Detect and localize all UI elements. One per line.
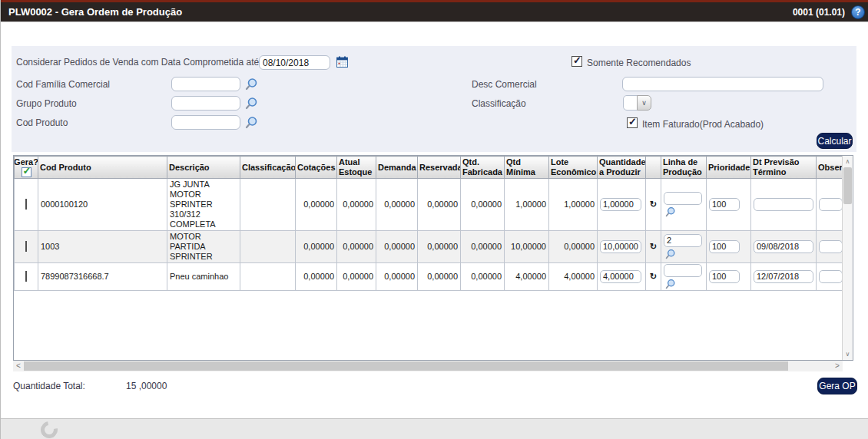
somente-recomendados-checkbox[interactable] (571, 56, 582, 67)
item-faturado-checkbox[interactable] (627, 117, 638, 128)
cell-cotacoes: 0,00000 (296, 230, 337, 262)
help-icon[interactable]: ? (851, 5, 865, 19)
scroll-right-icon[interactable]: > (832, 361, 843, 371)
cell-qtd-fabricada: 0,00000 (461, 179, 505, 231)
linha-producao-input[interactable] (664, 264, 702, 277)
filter-panel: Considerar Pedidos de Venda com Data Com… (12, 46, 856, 152)
cell-descricao: JG JUNTA MOTOR SPRINTER 310/312 COMPLETA (167, 179, 240, 231)
refresh-icon[interactable]: ↻ (650, 272, 657, 281)
linha-producao-input[interactable] (664, 234, 702, 247)
column-header-dt-previsao: Dt Previsão Término (751, 157, 817, 179)
classificacao-select-value[interactable] (623, 95, 638, 111)
cell-lote-economico: 4,00000 (549, 262, 598, 290)
search-icon[interactable] (245, 97, 257, 110)
cell-reservada: 0,00000 (418, 179, 461, 231)
column-header-prioridade: Prioridade (707, 157, 751, 179)
classificacao-select[interactable]: ∨ (623, 95, 651, 111)
cod-produto-label: Cod Produto (16, 117, 68, 128)
cell-classificacao (240, 230, 296, 262)
scroll-left-icon[interactable]: < (13, 361, 24, 371)
desc-comercial-label: Desc Comercial (472, 79, 537, 90)
quantidade-produzir-input[interactable] (600, 270, 641, 283)
grupo-produto-input[interactable] (171, 96, 240, 111)
page-title: PLW0002 - Gera Ordem de Produção (1, 6, 182, 18)
gera-op-button[interactable]: Gera OP (817, 378, 857, 394)
horizontal-scrollbar-thumb[interactable] (24, 361, 788, 371)
cod-familia-input[interactable] (171, 77, 240, 91)
row-gera-checkbox[interactable] (25, 241, 27, 252)
titlebar: PLW0002 - Gera Ordem de Produção 0001 (0… (1, 0, 868, 22)
row-gera-checkbox[interactable] (25, 271, 27, 282)
quantidade-total-value: 15 ,00000 (126, 381, 167, 391)
vertical-scrollbar[interactable]: ∧ ∨ (842, 156, 853, 360)
select-all-checkbox[interactable] (22, 167, 31, 177)
calendar-icon[interactable] (336, 56, 348, 68)
cell-atual-estoque: 0,00000 (337, 230, 376, 262)
column-header-descricao: Descrição (167, 157, 240, 179)
refresh-icon[interactable]: ↻ (650, 242, 657, 251)
cell-lote-economico: 1,00000 (549, 179, 598, 231)
observ-input[interactable] (819, 198, 843, 211)
dt-previsao-input[interactable] (754, 198, 813, 211)
cell-atual-estoque: 0,00000 (337, 179, 376, 231)
linha-producao-input[interactable] (664, 192, 702, 205)
cod-familia-label: Cod Família Comercial (16, 79, 110, 90)
column-header-qtd-minima: Qtd Mínima (505, 157, 549, 179)
column-header-reservada: Reservada (418, 157, 461, 179)
date-filter-label: Considerar Pedidos de Venda com Data Com… (16, 57, 259, 68)
observ-input[interactable] (819, 240, 843, 253)
production-table: Gera? Cod Produto Descrição Classificaçã… (14, 156, 844, 291)
cell-reservada: 0,00000 (418, 230, 461, 262)
search-icon[interactable] (665, 279, 675, 289)
date-filter-input[interactable] (259, 55, 330, 70)
cell-cod-produto: 7899087316668.7 (38, 262, 167, 290)
prioridade-input[interactable] (709, 270, 740, 283)
cell-classificacao (240, 262, 296, 290)
scroll-up-icon[interactable]: ∧ (843, 158, 853, 165)
column-header-quantidade-produzir: Quantidade a Produzir (598, 157, 646, 179)
dt-previsao-input[interactable] (754, 240, 813, 253)
cell-qtd-fabricada: 0,00000 (461, 230, 505, 262)
table-row: 0000100120 JG JUNTA MOTOR SPRINTER 310/3… (15, 179, 844, 231)
cell-classificacao (240, 179, 296, 231)
cell-qtd-fabricada: 0,00000 (461, 262, 505, 290)
cod-produto-input[interactable] (171, 115, 240, 130)
calcular-button[interactable]: Calcular (817, 133, 853, 149)
observ-input[interactable] (819, 270, 843, 283)
somente-recomendados-label: Somente Recomendados (587, 58, 691, 68)
chevron-down-icon[interactable]: ∨ (637, 95, 651, 111)
horizontal-scrollbar[interactable]: < > (13, 361, 843, 371)
cell-cod-produto: 0000100120 (38, 179, 167, 231)
search-icon[interactable] (245, 78, 257, 91)
item-faturado-label: Item Faturado(Prod Acabado) (642, 119, 764, 130)
column-header-cod-produto: Cod Produto (38, 157, 167, 179)
vertical-scrollbar-thumb[interactable] (843, 167, 852, 204)
quantidade-produzir-input[interactable] (600, 240, 641, 253)
prioridade-input[interactable] (709, 240, 740, 253)
cell-qtd-minima: 4,00000 (505, 262, 549, 290)
scroll-down-icon[interactable]: ∨ (843, 351, 853, 358)
table-row: 1003 MOTOR PARTIDA SPRINTER 0,00000 0,00… (15, 230, 844, 262)
cell-reservada: 0,00000 (418, 262, 461, 290)
quantidade-produzir-input[interactable] (600, 198, 641, 211)
cell-descricao: Pneu caminhao (167, 262, 240, 290)
grupo-produto-label: Grupo Produto (16, 98, 77, 109)
desc-comercial-input[interactable] (622, 77, 823, 91)
row-gera-checkbox[interactable] (25, 199, 27, 210)
column-header-observ: Observ (817, 157, 844, 179)
column-header-qtd-fabricada: Qtd. Fabricada (461, 157, 505, 179)
status-bar (1, 418, 868, 439)
prioridade-input[interactable] (709, 198, 740, 211)
cell-cod-produto: 1003 (38, 230, 167, 262)
cell-demanda: 0,00000 (376, 179, 418, 231)
refresh-icon[interactable]: ↻ (650, 200, 657, 209)
column-header-demanda: Demanda (376, 157, 418, 179)
dt-previsao-input[interactable] (754, 270, 813, 283)
column-header-classificacao: Classificação (240, 157, 296, 179)
cell-demanda: 0,00000 (376, 230, 418, 262)
search-icon[interactable] (245, 116, 257, 129)
search-icon[interactable] (665, 206, 675, 217)
cell-cotacoes: 0,00000 (296, 179, 337, 231)
search-icon[interactable] (665, 249, 675, 259)
cell-qtd-minima: 1,00000 (505, 179, 549, 231)
